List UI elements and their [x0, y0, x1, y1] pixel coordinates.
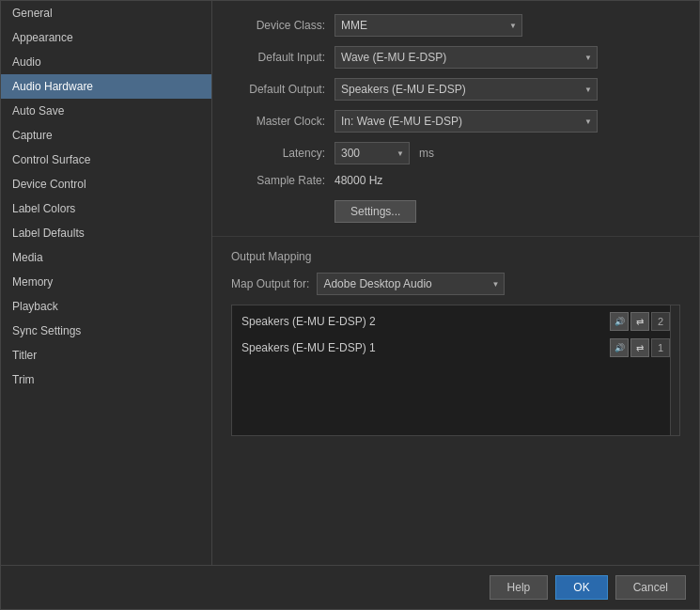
settings-button[interactable]: Settings... [334, 200, 416, 223]
mapping-list: Speakers (E-MU E-DSP) 2🔊⇄2Speakers (E-MU… [231, 305, 680, 436]
dialog-footer: Help OK Cancel [1, 565, 699, 609]
sample-rate-row: Sample Rate: 48000 Hz [231, 174, 680, 187]
sample-rate-value: 48000 Hz [334, 174, 382, 187]
sidebar-item-appearance[interactable]: Appearance [1, 25, 211, 50]
output-mapping-title: Output Mapping [231, 250, 680, 263]
mapping-number: 1 [651, 338, 670, 357]
map-output-row: Map Output for: Adobe Desktop Audio [231, 273, 680, 295]
cancel-button[interactable]: Cancel [615, 575, 686, 600]
map-output-label: Map Output for: [231, 277, 309, 290]
sidebar: GeneralAppearanceAudioAudio HardwareAuto… [1, 1, 212, 565]
mapping-item-controls: 🔊⇄1 [610, 338, 670, 357]
device-class-label: Device Class: [231, 19, 334, 32]
device-settings-section: Device Class: MME Default Input: [212, 1, 699, 237]
device-class-select[interactable]: MME [334, 14, 522, 37]
mapping-item: Speakers (E-MU E-DSP) 2🔊⇄2 [236, 309, 676, 334]
mapping-route-button[interactable]: ⇄ [630, 338, 649, 357]
dialog: GeneralAppearanceAudioAudio HardwareAuto… [0, 0, 700, 610]
sidebar-item-audio[interactable]: Audio [1, 50, 211, 74]
sample-rate-label: Sample Rate: [231, 174, 334, 187]
latency-control: 300 ms [334, 142, 680, 164]
default-input-control: Wave (E-MU E-DSP) [334, 46, 680, 69]
latency-unit: ms [419, 147, 434, 160]
mapping-route-button[interactable]: ⇄ [630, 312, 649, 331]
sidebar-item-titler[interactable]: Titler [1, 343, 211, 368]
mapping-number: 2 [651, 312, 670, 331]
master-clock-select-wrapper: In: Wave (E-MU E-DSP) [334, 110, 598, 133]
latency-row: Latency: 300 ms [231, 142, 680, 164]
sidebar-item-label-defaults[interactable]: Label Defaults [1, 221, 211, 245]
ok-button[interactable]: OK [555, 575, 607, 600]
mapping-item: Speakers (E-MU E-DSP) 1🔊⇄1 [236, 336, 676, 360]
device-class-control: MME [334, 14, 680, 37]
default-output-control: Speakers (E-MU E-DSP) [334, 78, 680, 101]
master-clock-select[interactable]: In: Wave (E-MU E-DSP) [334, 110, 598, 133]
sidebar-item-label-colors[interactable]: Label Colors [1, 196, 211, 221]
latency-label: Latency: [231, 147, 334, 160]
mapping-item-name: Speakers (E-MU E-DSP) 1 [241, 341, 610, 354]
mapping-audio-button[interactable]: 🔊 [610, 312, 629, 331]
sidebar-item-playback[interactable]: Playback [1, 294, 211, 319]
sample-rate-control: 48000 Hz [334, 174, 680, 187]
sidebar-item-media[interactable]: Media [1, 245, 211, 270]
default-input-row: Default Input: Wave (E-MU E-DSP) [231, 46, 680, 69]
sidebar-item-trim[interactable]: Trim [1, 368, 211, 392]
dialog-body: GeneralAppearanceAudioAudio HardwareAuto… [1, 1, 699, 565]
default-input-select-wrapper: Wave (E-MU E-DSP) [334, 46, 598, 69]
sidebar-item-capture[interactable]: Capture [1, 123, 211, 148]
default-output-select-wrapper: Speakers (E-MU E-DSP) [334, 78, 598, 101]
output-mapping-section: Output Mapping Map Output for: Adobe Des… [212, 237, 699, 565]
default-input-label: Default Input: [231, 51, 334, 64]
sidebar-item-auto-save[interactable]: Auto Save [1, 99, 211, 123]
latency-select[interactable]: 300 [334, 142, 410, 164]
mapping-audio-button[interactable]: 🔊 [610, 338, 629, 357]
main-content: Device Class: MME Default Input: [212, 1, 699, 565]
sidebar-item-device-control[interactable]: Device Control [1, 172, 211, 196]
help-button[interactable]: Help [490, 575, 549, 600]
device-class-select-wrapper: MME [334, 14, 522, 37]
master-clock-row: Master Clock: In: Wave (E-MU E-DSP) [231, 110, 680, 133]
mapping-item-controls: 🔊⇄2 [610, 312, 670, 331]
device-class-row: Device Class: MME [231, 14, 680, 37]
sidebar-item-sync-settings[interactable]: Sync Settings [1, 319, 211, 343]
map-output-select-wrapper: Adobe Desktop Audio [317, 273, 505, 295]
mapping-scrollbar[interactable] [670, 305, 679, 435]
sidebar-item-audio-hardware[interactable]: Audio Hardware [1, 74, 211, 99]
latency-select-wrapper: 300 [334, 142, 410, 164]
default-input-select[interactable]: Wave (E-MU E-DSP) [334, 46, 598, 69]
default-output-row: Default Output: Speakers (E-MU E-DSP) [231, 78, 680, 101]
default-output-label: Default Output: [231, 83, 334, 96]
map-output-select[interactable]: Adobe Desktop Audio [317, 273, 505, 295]
sidebar-item-memory[interactable]: Memory [1, 270, 211, 294]
mapping-item-name: Speakers (E-MU E-DSP) 2 [241, 315, 610, 328]
sidebar-item-control-surface[interactable]: Control Surface [1, 148, 211, 172]
sidebar-item-general[interactable]: General [1, 1, 211, 25]
master-clock-control: In: Wave (E-MU E-DSP) [334, 110, 680, 133]
default-output-select[interactable]: Speakers (E-MU E-DSP) [334, 78, 598, 101]
master-clock-label: Master Clock: [231, 115, 334, 128]
settings-btn-row: Settings... [231, 196, 680, 223]
